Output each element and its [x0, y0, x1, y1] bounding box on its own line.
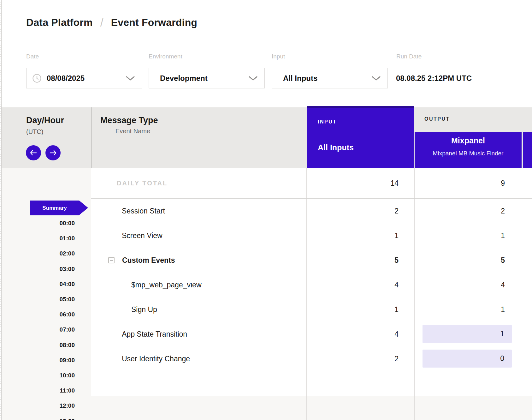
event-forwarding-page: Data Platform / Event Forwarding Date En…	[0, 0, 532, 420]
hour-row-label[interactable]: 12:00	[0, 402, 75, 410]
next-day-button[interactable]	[45, 145, 61, 160]
previous-day-button[interactable]	[26, 145, 41, 160]
hour-row-label[interactable]: 09:00	[0, 357, 75, 364]
event-name: Screen View	[122, 223, 163, 248]
output-group-label: OUTPUT	[424, 116, 450, 122]
table-row-sign-up: Sign Up 1 1	[91, 297, 532, 322]
hour-row-label[interactable]: 01:00	[0, 235, 75, 242]
arrow-right-icon	[50, 150, 56, 155]
output-count: 1	[429, 223, 505, 248]
input-count: 2	[322, 346, 399, 371]
output-column-truncated	[523, 132, 532, 168]
output-column-title: Mixpanel	[415, 136, 522, 145]
chevron-down-icon	[126, 76, 135, 82]
output-count: 1	[423, 325, 512, 343]
input-dropdown[interactable]: All Inputs	[272, 68, 388, 88]
hour-row-label[interactable]: 07:00	[0, 326, 75, 333]
output-count: 5	[429, 248, 505, 273]
input-count: 4	[322, 273, 399, 297]
hour-row-label[interactable]: 08:00	[0, 341, 75, 349]
output-column-subtitle: Mixpanel MB Music Finder	[415, 150, 522, 157]
input-filter-label: Input	[272, 53, 285, 60]
date-dropdown-value: 08/08/2025	[47, 74, 85, 83]
summary-tag-arrow	[79, 201, 88, 215]
table-row-app-state-transition: App State Transition 4 1	[91, 322, 532, 346]
event-name: Sign Up	[131, 297, 157, 322]
hour-row-label[interactable]: 03:00	[0, 265, 75, 273]
output-column-header-mixpanel[interactable]: Mixpanel Mixpanel MB Music Finder	[415, 132, 522, 168]
table-row-session-start: Session Start 2 2	[91, 199, 532, 223]
input-dropdown-value: All Inputs	[283, 74, 317, 83]
output-count: 0	[423, 350, 512, 368]
breadcrumb-separator: /	[100, 16, 103, 29]
event-name: Session Start	[122, 199, 165, 223]
run-date-value: 08.08.25 2:12PM UTC	[396, 68, 472, 88]
arrow-left-icon	[30, 150, 37, 155]
summary-label: Summary	[30, 201, 79, 215]
input-count: 2	[322, 199, 399, 223]
daily-total-label: DAILY TOTAL	[117, 168, 168, 199]
hour-row-label[interactable]: 00:00	[0, 219, 75, 227]
day-hour-column-title: Day/Hour	[26, 116, 64, 125]
daily-total-output-value: 9	[429, 168, 505, 199]
event-name-subtitle: Event Name	[115, 128, 150, 135]
date-filter-label: Date	[26, 53, 39, 60]
environment-filter-label: Environment	[149, 53, 182, 60]
chevron-down-icon	[372, 76, 381, 82]
table-row-mp-web-page-view: $mp_web_page_view 4 4	[91, 273, 532, 297]
output-count: 1	[429, 297, 505, 322]
hour-row-label[interactable]: 04:00	[0, 280, 75, 288]
hour-row-label[interactable]: 13:00	[0, 417, 75, 420]
highlighted-output-cell: 0	[423, 350, 512, 368]
input-column-title: All Inputs	[318, 143, 354, 152]
frozen-pane-edge	[0, 0, 2, 420]
clock-icon	[32, 74, 42, 84]
top-bar: Data Platform / Event Forwarding	[0, 0, 532, 45]
output-count: 2	[429, 199, 505, 223]
table-row-custom-events: Custom Events 5 5	[91, 248, 532, 273]
event-name: User Identity Change	[122, 346, 190, 371]
hour-row-label[interactable]: 11:00	[0, 387, 75, 394]
output-count: 4	[429, 273, 505, 297]
environment-dropdown-value: Development	[160, 74, 208, 83]
message-type-column-title: Message Type	[100, 116, 158, 125]
event-name: $mp_web_page_view	[131, 273, 202, 297]
breadcrumb-item-event-forwarding: Event Forwarding	[111, 17, 197, 28]
input-count: 1	[322, 223, 399, 248]
input-column-header[interactable]: INPUT All Inputs	[307, 106, 414, 168]
daily-total-row: DAILY TOTAL 14 9	[91, 168, 532, 199]
hour-row-label[interactable]: 06:00	[0, 311, 75, 318]
environment-dropdown[interactable]: Development	[149, 68, 265, 88]
chevron-down-icon	[249, 76, 257, 82]
hour-row-label[interactable]: 02:00	[0, 250, 75, 257]
table-footer-band	[91, 396, 532, 420]
event-name: App State Transition	[122, 322, 187, 346]
hour-row-label[interactable]: 10:00	[0, 372, 75, 379]
date-dropdown[interactable]: 08/08/2025	[26, 68, 142, 88]
input-group-label: INPUT	[318, 119, 337, 125]
table-row-user-identity-change: User Identity Change 2 0	[91, 346, 532, 371]
collapse-icon[interactable]	[108, 257, 115, 263]
highlighted-output-cell: 1	[423, 325, 512, 343]
breadcrumb-item-data-platform[interactable]: Data Platform	[26, 17, 93, 28]
table-row-screen-view: Screen View 1 1	[91, 223, 532, 248]
run-date-label: Run Date	[396, 53, 422, 60]
header-column-divider	[91, 107, 92, 168]
breadcrumb: Data Platform / Event Forwarding	[26, 0, 197, 45]
event-name: Custom Events	[122, 248, 175, 273]
input-count: 1	[322, 297, 399, 322]
hour-row-label[interactable]: 05:00	[0, 296, 75, 303]
day-hour-timezone: (UTC)	[26, 128, 43, 135]
input-count: 5	[322, 248, 399, 273]
input-count: 4	[322, 322, 399, 346]
daily-total-input-value: 14	[322, 168, 399, 199]
